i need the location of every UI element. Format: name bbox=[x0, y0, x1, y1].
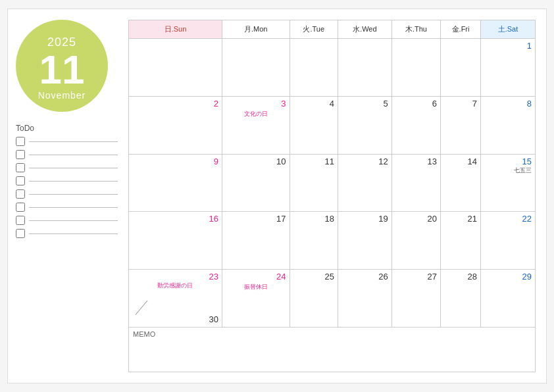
date-25: 25 bbox=[293, 272, 334, 282]
todo-item-2[interactable] bbox=[16, 150, 118, 159]
memo-cell: MEMO bbox=[129, 327, 536, 372]
month-name: November bbox=[38, 90, 86, 101]
todo-item-1[interactable] bbox=[16, 137, 118, 146]
todo-checkbox-3[interactable] bbox=[16, 163, 25, 172]
todo-checkbox-6[interactable] bbox=[16, 203, 25, 212]
date-22: 22 bbox=[484, 214, 532, 224]
day-23-30: 23 勤労感謝の日 30 bbox=[129, 270, 222, 328]
day-empty-5 bbox=[391, 39, 440, 97]
date-18: 18 bbox=[293, 214, 334, 224]
day-empty-4 bbox=[338, 39, 391, 97]
todo-item-4[interactable] bbox=[16, 176, 118, 185]
date-15: 15 bbox=[484, 157, 532, 166]
todo-checkbox-5[interactable] bbox=[16, 189, 25, 199]
todo-item-7[interactable] bbox=[16, 216, 118, 225]
left-panel: 2025 11 November ToDo bbox=[16, 20, 118, 372]
day-27: 27 bbox=[391, 270, 440, 328]
day-29: 29 bbox=[480, 270, 535, 328]
day-19: 19 bbox=[338, 212, 391, 270]
day-9: 9 bbox=[129, 154, 222, 212]
day-15: 15 七五三 bbox=[480, 154, 535, 212]
month-number: 11 bbox=[39, 49, 85, 90]
calendar-table: 日.Sun 月.Mon 火.Tue 水.Wed 木.Thu 金.Fri 土.Sa… bbox=[128, 20, 536, 372]
todo-item-6[interactable] bbox=[16, 203, 118, 212]
todo-line-8 bbox=[29, 233, 118, 234]
day-8: 8 bbox=[480, 96, 535, 154]
week-4: 16 17 18 19 20 21 bbox=[129, 212, 536, 270]
header-wed: 水.Wed bbox=[338, 20, 391, 39]
calendar-header-row: 日.Sun 月.Mon 火.Tue 水.Wed 木.Thu 金.Fri 土.Sa… bbox=[129, 20, 536, 39]
day-24: 24 振替休日 bbox=[222, 270, 290, 328]
date-20: 20 bbox=[395, 214, 437, 224]
todo-section: ToDo bbox=[16, 124, 118, 242]
note-15: 七五三 bbox=[484, 166, 532, 175]
day-empty-6 bbox=[441, 39, 481, 97]
date-8: 8 bbox=[484, 99, 532, 109]
todo-line-4 bbox=[29, 181, 118, 182]
todo-label: ToDo bbox=[16, 124, 118, 133]
date-21: 21 bbox=[444, 214, 477, 224]
todo-line-7 bbox=[29, 220, 118, 221]
day-21: 21 bbox=[441, 212, 481, 270]
date-7: 7 bbox=[444, 99, 477, 109]
todo-line-5 bbox=[29, 194, 118, 195]
header-mon: 月.Mon bbox=[222, 20, 290, 39]
header-tue: 火.Tue bbox=[290, 20, 338, 39]
todo-line-6 bbox=[29, 207, 118, 208]
memo-row: MEMO bbox=[129, 327, 536, 372]
date-2: 2 bbox=[132, 99, 218, 109]
todo-checkbox-2[interactable] bbox=[16, 150, 25, 159]
date-4: 4 bbox=[293, 99, 334, 109]
day-10: 10 bbox=[222, 154, 290, 212]
todo-checkbox-8[interactable] bbox=[16, 229, 25, 238]
todo-item-8[interactable] bbox=[16, 229, 118, 238]
date-28: 28 bbox=[444, 272, 477, 282]
day-5: 5 bbox=[338, 96, 391, 154]
calendar-panel: 日.Sun 月.Mon 火.Tue 水.Wed 木.Thu 金.Fri 土.Sa… bbox=[128, 20, 536, 372]
date-30: 30 bbox=[209, 314, 218, 324]
day-7: 7 bbox=[441, 96, 481, 154]
date-6: 6 bbox=[395, 99, 437, 109]
day-1: 1 bbox=[480, 39, 535, 97]
memo-label: MEMO bbox=[133, 330, 155, 338]
date-1: 1 bbox=[484, 41, 532, 51]
day-17: 17 bbox=[222, 212, 290, 270]
day-25: 25 bbox=[290, 270, 338, 328]
date-5: 5 bbox=[341, 99, 388, 109]
day-13: 13 bbox=[391, 154, 440, 212]
date-3: 3 bbox=[226, 99, 286, 109]
month-circle: 2025 11 November bbox=[16, 20, 108, 112]
holiday-24: 振替休日 bbox=[226, 283, 286, 291]
date-11: 11 bbox=[293, 157, 334, 166]
week-5: 23 勤労感謝の日 30 24 振替休日 25 26 bbox=[129, 270, 536, 328]
week-3: 9 10 11 12 13 14 bbox=[129, 154, 536, 212]
todo-checkbox-4[interactable] bbox=[16, 176, 25, 185]
todo-line-2 bbox=[29, 155, 118, 155]
day-14: 14 bbox=[441, 154, 481, 212]
holiday-3: 文化の日 bbox=[226, 110, 286, 118]
header-sat: 土.Sat bbox=[480, 20, 535, 39]
date-13: 13 bbox=[395, 157, 437, 166]
day-20: 20 bbox=[391, 212, 440, 270]
day-empty-2 bbox=[222, 39, 290, 97]
day-18: 18 bbox=[290, 212, 338, 270]
todo-item-5[interactable] bbox=[16, 189, 118, 199]
day-12: 12 bbox=[338, 154, 391, 212]
date-24: 24 bbox=[226, 272, 286, 282]
date-19: 19 bbox=[341, 214, 388, 224]
day-4: 4 bbox=[290, 96, 338, 154]
day-28: 28 bbox=[441, 270, 481, 328]
day-empty-1 bbox=[129, 39, 222, 97]
todo-item-3[interactable] bbox=[16, 163, 118, 172]
day-22: 22 bbox=[480, 212, 535, 270]
page: 2025 11 November ToDo bbox=[7, 9, 547, 383]
slash-divider bbox=[136, 300, 148, 314]
week-2: 2 3 文化の日 4 5 6 7 bbox=[129, 96, 536, 154]
todo-checkbox-1[interactable] bbox=[16, 137, 25, 146]
todo-line-3 bbox=[29, 168, 118, 168]
date-29: 29 bbox=[484, 272, 532, 282]
todo-checkbox-7[interactable] bbox=[16, 216, 25, 225]
day-11: 11 bbox=[290, 154, 338, 212]
date-10: 10 bbox=[226, 157, 286, 166]
week-1: 1 bbox=[129, 39, 536, 97]
